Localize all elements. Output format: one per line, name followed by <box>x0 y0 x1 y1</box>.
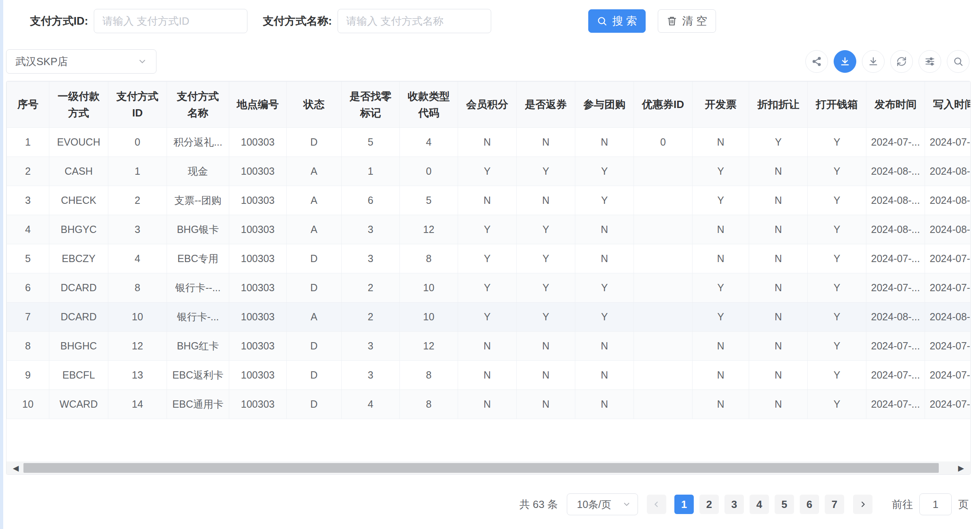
next-page-button[interactable] <box>853 495 872 514</box>
scroll-right-arrow-icon[interactable]: ▶ <box>955 463 967 473</box>
table-cell: 100303 <box>229 128 287 157</box>
table-cell: 5 <box>7 244 49 273</box>
table-cell: 4 <box>108 244 167 273</box>
column-header: 一级付款方式 <box>49 82 108 128</box>
page-button-5[interactable]: 5 <box>775 495 794 514</box>
table-cell: 100303 <box>229 303 287 332</box>
table-cell: N <box>575 332 634 361</box>
table-cell: 13 <box>108 361 167 390</box>
table-cell: 2024-08-... <box>925 303 971 332</box>
table-cell: 100303 <box>229 244 287 273</box>
table-cell: DCARD <box>49 273 108 303</box>
table-cell: 现金 <box>167 157 229 186</box>
page-button-6[interactable]: 6 <box>800 495 819 514</box>
table-cell: 0 <box>400 157 458 186</box>
table-cell: CASH <box>49 157 108 186</box>
table-cell: 2 <box>7 157 49 186</box>
table-cell: Y <box>808 186 866 215</box>
table-cell: 2024-07-... <box>925 390 971 419</box>
page-button-4[interactable]: 4 <box>750 495 769 514</box>
scroll-left-arrow-icon[interactable]: ◀ <box>10 463 22 473</box>
chevron-right-icon <box>858 500 867 509</box>
table-cell: 100303 <box>229 157 287 186</box>
table-cell: Y <box>575 186 634 215</box>
table-cell: 2024-08-... <box>866 303 925 332</box>
column-header: 会员积分 <box>458 82 517 128</box>
refresh-button[interactable] <box>890 50 913 73</box>
table-cell: EBC返利卡 <box>167 361 229 390</box>
table-cell: Y <box>693 273 749 303</box>
table-cell: EBCZY <box>49 244 108 273</box>
table-cell: Y <box>517 215 575 244</box>
table-cell: 1 <box>342 157 400 186</box>
table-cell: Y <box>517 273 575 303</box>
store-select[interactable]: 武汉SKP店 <box>6 49 156 74</box>
table-cell: 4 <box>400 128 458 157</box>
table-cell: 2024-08-... <box>866 186 925 215</box>
table-cell: Y <box>575 303 634 332</box>
search-column-button[interactable] <box>947 50 969 73</box>
horizontal-scrollbar[interactable]: ◀ ▶ <box>6 461 970 474</box>
page-button-2[interactable]: 2 <box>699 495 719 514</box>
table-cell: N <box>693 361 749 390</box>
table-cell: N <box>458 361 517 390</box>
clear-button[interactable]: 清 空 <box>658 9 716 33</box>
table-cell: N <box>693 244 749 273</box>
data-table: 序号一级付款方式支付方式ID支付方式名称地点编号状态是否找零标记收款类型代码会员… <box>6 81 971 419</box>
table-cell: Y <box>693 186 749 215</box>
table-row: 3CHECK2支票--团购100303A65NNYYNY2024-08-...2… <box>7 186 971 215</box>
column-header: 收款类型代码 <box>400 82 458 128</box>
table-cell: Y <box>575 273 634 303</box>
table-row: 10WCARD14EBC通用卡100303D48NNNNNY2024-07-..… <box>7 390 971 419</box>
table-cell: N <box>749 244 808 273</box>
table-cell: A <box>287 157 342 186</box>
column-header: 发布时间 <box>866 82 925 128</box>
column-header: 状态 <box>287 82 342 128</box>
table-cell: Y <box>458 244 517 273</box>
table-cell: 7 <box>7 303 49 332</box>
page-list: 1234567 <box>674 495 844 514</box>
table-cell: D <box>287 128 342 157</box>
chevron-left-icon <box>652 500 661 509</box>
table-cell: N <box>575 244 634 273</box>
download-button[interactable] <box>862 50 885 73</box>
share-icon <box>811 56 822 67</box>
share-button[interactable] <box>805 50 828 73</box>
table-cell: N <box>749 273 808 303</box>
download-button-active[interactable] <box>834 50 856 73</box>
table-cell: 2024-07-... <box>925 361 971 390</box>
search-button[interactable]: 搜 索 <box>588 9 646 33</box>
scrollbar-thumb[interactable] <box>23 463 939 473</box>
table-cell: 3 <box>342 332 400 361</box>
prev-page-button[interactable] <box>647 495 666 514</box>
table-cell: EBC通用卡 <box>167 390 229 419</box>
table-cell: N <box>458 390 517 419</box>
table-cell: BHGYC <box>49 215 108 244</box>
table-cell: Y <box>693 303 749 332</box>
table-cell: Y <box>517 157 575 186</box>
table-cell: 银行卡--... <box>167 273 229 303</box>
table-cell: 4 <box>7 215 49 244</box>
store-select-value: 武汉SKP店 <box>15 55 68 69</box>
filter-settings-button[interactable] <box>919 50 941 73</box>
payment-id-input[interactable] <box>94 9 247 33</box>
page-button-3[interactable]: 3 <box>724 495 744 514</box>
table-row: 6DCARD8银行卡--...100303D210YYYYNY2024-07-.… <box>7 273 971 303</box>
page-button-7[interactable]: 7 <box>825 495 844 514</box>
download-icon <box>839 56 851 67</box>
payment-name-input[interactable] <box>338 9 491 33</box>
page-button-1[interactable]: 1 <box>674 495 694 514</box>
table-cell: Y <box>517 303 575 332</box>
page-size-select[interactable]: 10条/页 <box>567 493 638 515</box>
refresh-icon <box>896 56 907 67</box>
table-cell: Y <box>458 157 517 186</box>
column-header: 是否找零标记 <box>342 82 400 128</box>
table-cell: 10 <box>400 273 458 303</box>
goto-page-input[interactable] <box>919 493 952 515</box>
table-cell: 2 <box>108 186 167 215</box>
table-cell <box>634 332 693 361</box>
table-cell: 10 <box>7 390 49 419</box>
table-cell: 2024-07-... <box>925 128 971 157</box>
column-header: 参与团购 <box>575 82 634 128</box>
table-body: 1EVOUCH0积分返礼...100303D54NNN0NYY2024-07-.… <box>7 128 971 419</box>
